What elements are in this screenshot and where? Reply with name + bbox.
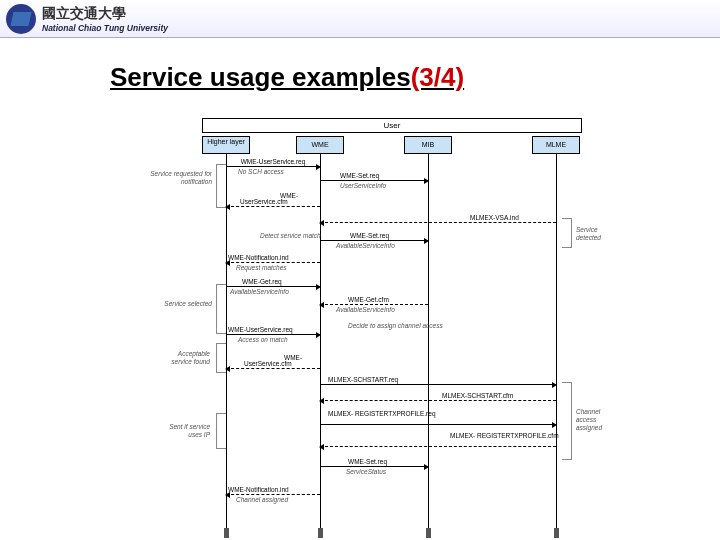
m1: No SCH access (238, 168, 284, 175)
m5: UserService.cfm (240, 198, 288, 205)
m6: MLMEX-VSA.ind (470, 214, 519, 221)
a23 (320, 424, 556, 425)
a4 (226, 206, 320, 207)
m15: AvailableServiceInfo (336, 306, 395, 313)
university-name: 國立交通大學 National Chiao Tung University (42, 4, 168, 33)
m21: MLMEX-SCHSTART.req (328, 376, 398, 383)
m24: MLMEX- REGISTERTXPROFILE.cfm (450, 432, 559, 439)
a6 (320, 222, 556, 223)
brace-lbl-3: Sent if service uses IP (154, 423, 210, 439)
brace-3 (216, 413, 226, 449)
m3: UserServiceInfo (340, 182, 386, 189)
m12: WME-Get.req (242, 278, 282, 285)
brace-lbl-5: Channel access assigned (576, 408, 602, 432)
m8: Detect service match (260, 232, 316, 239)
a22 (320, 400, 556, 401)
sequence-diagram: User Higher layer WME MIB MLME Service r… (180, 118, 600, 538)
a24 (320, 446, 556, 447)
brace-lbl-0: Service requested for notification (150, 170, 212, 186)
a2 (320, 180, 428, 181)
a19 (226, 368, 320, 369)
m0: WME-UserService.req (228, 158, 318, 165)
m14: WME-Get.cfm (348, 296, 389, 303)
lifeline-higher (226, 154, 227, 538)
brace-lbl-4: Service detected (576, 226, 601, 242)
m17: Access on match (238, 336, 288, 343)
a21 (320, 384, 556, 385)
m18: Decide to assign channel access (348, 322, 414, 329)
actor-mib: MIB (404, 136, 452, 154)
title-main: Service usage examples (110, 62, 411, 92)
a12 (226, 286, 320, 287)
lifeline-mib (428, 154, 429, 538)
m20: UserService.cfm (244, 360, 292, 367)
m22: MLMEX-SCHSTART.cfm (442, 392, 513, 399)
m28: Channel assigned (236, 496, 288, 503)
university-name-zh: 國立交通大學 (42, 5, 126, 21)
m10: WME-Notification.ind (228, 254, 289, 261)
lifeline-mlme (556, 154, 557, 538)
m9: AvailableServiceInfo (336, 242, 395, 249)
university-name-en: National Chiao Tung University (42, 23, 168, 33)
a14 (320, 304, 428, 305)
brace-4 (562, 218, 572, 248)
m25: WME-Set.req (348, 458, 387, 465)
a0 (226, 166, 320, 167)
brace-lbl-1: Service selected (164, 300, 212, 308)
brace-0 (216, 164, 226, 208)
brace-1 (216, 284, 226, 334)
m11: Request matches (236, 264, 287, 271)
brace-5 (562, 382, 572, 460)
actor-wme: WME (296, 136, 344, 154)
header-bar: 國立交通大學 National Chiao Tung University (0, 0, 720, 38)
slide-title: Service usage examples(3/4) (110, 62, 720, 93)
m16: WME-UserService.req (228, 326, 293, 333)
a16 (226, 334, 320, 335)
a10 (226, 262, 320, 263)
actor-higher-layer: Higher layer (202, 136, 250, 154)
title-counter: (3/4) (411, 62, 464, 92)
m7: WME-Set.req (350, 232, 389, 239)
lifeline-wme (320, 154, 321, 538)
a25 (320, 466, 428, 467)
m13: AvailableServiceInfo (230, 288, 289, 295)
a27 (226, 494, 320, 495)
a7 (320, 240, 428, 241)
m26: ServiceStatus (346, 468, 386, 475)
m23: MLMEX- REGISTERTXPROFILE.req (328, 410, 436, 417)
university-seal-icon (6, 4, 36, 34)
container-user: User (202, 118, 582, 133)
m2: WME-Set.req (340, 172, 379, 179)
m27: WME-Notification.ind (228, 486, 289, 493)
brace-lbl-2: Acceptable service found (158, 350, 210, 366)
actor-mlme: MLME (532, 136, 580, 154)
